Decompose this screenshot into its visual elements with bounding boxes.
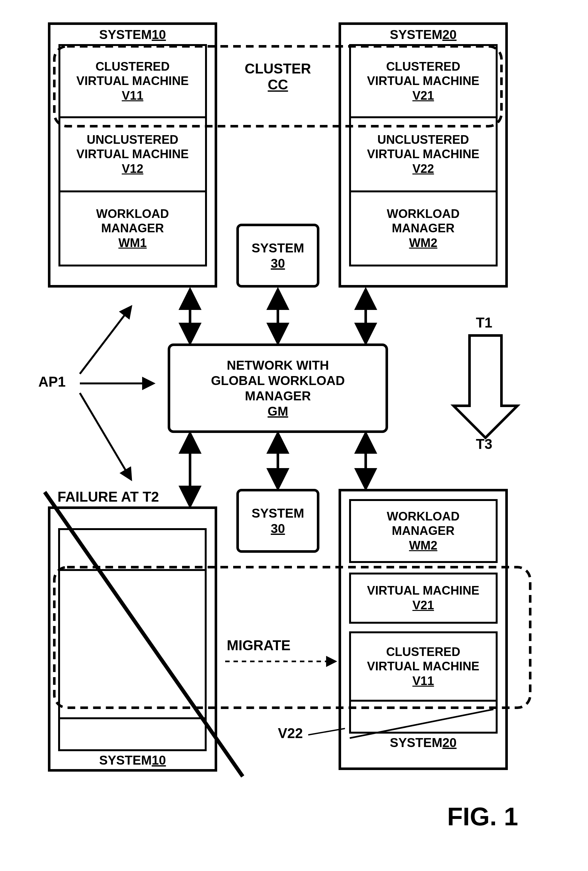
t1-label: T1 bbox=[476, 315, 492, 331]
wm1-top-l2: MANAGER bbox=[101, 221, 164, 236]
v21-bottom-box: VIRTUAL MACHINE V21 bbox=[349, 573, 498, 624]
system20-bottom-container: WORKLOAD MANAGER WM2 VIRTUAL MACHINE V21… bbox=[339, 489, 508, 770]
v12-top-l2: VIRTUAL MACHINE bbox=[76, 147, 189, 162]
figure-label: FIG. 1 bbox=[447, 802, 518, 831]
wm2-bottom-l2: MANAGER bbox=[392, 524, 455, 539]
cluster-label: CLUSTER CC bbox=[240, 61, 316, 93]
ap1-text: AP1 bbox=[38, 374, 66, 389]
system10-bottom-title-ref: 10 bbox=[152, 753, 166, 768]
cluster-label-text: CLUSTER bbox=[245, 61, 311, 76]
system20-bottom-title-prefix: SYSTEM bbox=[390, 735, 442, 750]
v21-bottom-l1: VIRTUAL MACHINE bbox=[367, 584, 479, 598]
system10-top-title-ref: 10 bbox=[152, 27, 166, 42]
v22-top-ref: V22 bbox=[412, 162, 434, 177]
wm1-top-box: WORKLOAD MANAGER WM1 bbox=[58, 192, 207, 266]
v11-bottom-l1: CLUSTERED bbox=[386, 645, 460, 660]
v22-top-l1: UNCLUSTERED bbox=[377, 133, 469, 147]
v11-top-l1: CLUSTERED bbox=[96, 60, 170, 74]
system30-bottom-title: SYSTEM bbox=[252, 506, 304, 521]
v11-top-l2: VIRTUAL MACHINE bbox=[76, 74, 189, 88]
system20-top-container: SYSTEM 20 CLUSTERED VIRTUAL MACHINE V21 … bbox=[339, 22, 508, 287]
system20-top-title-prefix: SYSTEM bbox=[390, 27, 442, 42]
gm-l3: MANAGER bbox=[245, 388, 311, 404]
figure-text: FIG. 1 bbox=[447, 802, 518, 831]
v11-bottom-box: CLUSTERED VIRTUAL MACHINE V11 bbox=[349, 632, 498, 702]
v11-top-box: CLUSTERED VIRTUAL MACHINE V11 bbox=[58, 44, 207, 118]
wm1-top-l1: WORKLOAD bbox=[96, 207, 169, 221]
wm2-top-ref: WM2 bbox=[409, 236, 437, 250]
system30-top-ref: 30 bbox=[271, 256, 285, 271]
migrate-text: MIGRATE bbox=[227, 638, 291, 653]
system20-bottom-title-ref: 20 bbox=[442, 735, 457, 750]
system20-top-title-ref: 20 bbox=[442, 27, 457, 42]
v12-top-l1: UNCLUSTERED bbox=[87, 133, 178, 147]
ap1-label: AP1 bbox=[38, 374, 66, 390]
wm2-top-box: WORKLOAD MANAGER WM2 bbox=[349, 192, 498, 266]
gm-l2: GLOBAL WORKLOAD bbox=[211, 373, 345, 388]
v12-top-ref: V12 bbox=[122, 162, 143, 177]
t1-text: T1 bbox=[476, 315, 492, 331]
v11-bottom-ref: V11 bbox=[412, 674, 434, 688]
v21-top-l1: CLUSTERED bbox=[386, 60, 460, 74]
system30-bottom-box: SYSTEM 30 bbox=[236, 489, 319, 553]
time-arrow-icon bbox=[454, 335, 518, 438]
v22-callout-label: V22 bbox=[278, 725, 303, 741]
v22-top-box: UNCLUSTERED VIRTUAL MACHINE V22 bbox=[349, 118, 498, 192]
system30-top-title: SYSTEM bbox=[252, 240, 304, 256]
failure-label: FAILURE AT T2 bbox=[58, 489, 159, 505]
gm-ref: GM bbox=[268, 404, 288, 419]
system10-top-title-prefix: SYSTEM bbox=[99, 27, 152, 42]
v22-bottom-slot bbox=[349, 702, 498, 733]
system30-top-box: SYSTEM 30 bbox=[236, 224, 319, 287]
wm2-bottom-ref: WM2 bbox=[409, 539, 437, 553]
ap1-arrow-1 bbox=[80, 307, 131, 374]
failure-text: FAILURE AT T2 bbox=[58, 489, 159, 504]
gm-box: NETWORK WITH GLOBAL WORKLOAD MANAGER GM bbox=[168, 343, 388, 433]
v11-top-ref: V11 bbox=[122, 88, 143, 103]
cluster-ref: CC bbox=[268, 77, 288, 92]
v21-top-l2: VIRTUAL MACHINE bbox=[367, 74, 479, 88]
system30-bottom-ref: 30 bbox=[271, 521, 285, 536]
wm2-top-l2: MANAGER bbox=[392, 221, 455, 236]
system10-bottom-title-prefix: SYSTEM bbox=[99, 753, 152, 768]
wm2-bottom-box: WORKLOAD MANAGER WM2 bbox=[349, 499, 498, 563]
system10-top-container: SYSTEM 10 CLUSTERED VIRTUAL MACHINE V11 … bbox=[48, 22, 217, 287]
migrate-label: MIGRATE bbox=[227, 638, 291, 653]
v12-top-box: UNCLUSTERED VIRTUAL MACHINE V12 bbox=[58, 118, 207, 192]
wm1-top-ref: WM1 bbox=[118, 236, 147, 250]
wm2-top-l1: WORKLOAD bbox=[387, 207, 460, 221]
v22-callout-text: V22 bbox=[278, 725, 303, 741]
ap1-arrow-3 bbox=[80, 393, 131, 479]
gm-l1: NETWORK WITH bbox=[227, 358, 329, 373]
v11-bottom-l2: VIRTUAL MACHINE bbox=[367, 659, 479, 674]
wm2-bottom-l1: WORKLOAD bbox=[387, 509, 460, 524]
v21-bottom-ref: V21 bbox=[412, 598, 434, 613]
v21-top-ref: V21 bbox=[412, 88, 434, 103]
t3-text: T3 bbox=[476, 436, 492, 452]
t3-label: T3 bbox=[476, 436, 492, 452]
system10-bottom-container: SYSTEM 10 bbox=[48, 506, 217, 772]
v22-top-l2: VIRTUAL MACHINE bbox=[367, 147, 479, 162]
v21-top-box: CLUSTERED VIRTUAL MACHINE V21 bbox=[349, 44, 498, 118]
